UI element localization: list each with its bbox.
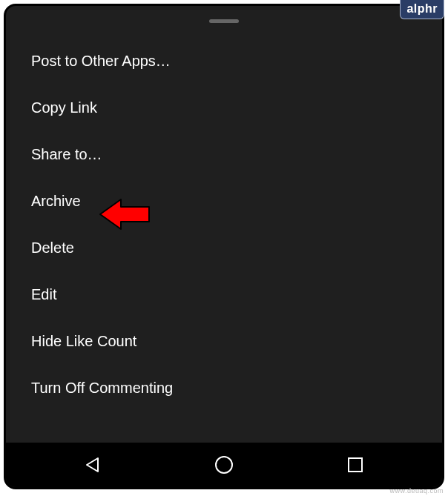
watermark: www.deuaq.com [389, 487, 444, 495]
phone-frame: Post to Other Apps… Copy Link Share to… … [4, 4, 444, 489]
action-menu: Post to Other Apps… Copy Link Share to… … [6, 38, 442, 411]
menu-item-edit[interactable]: Edit [6, 271, 442, 318]
android-nav-bar [6, 443, 442, 487]
menu-item-archive[interactable]: Archive [6, 178, 442, 225]
square-recents-icon [347, 457, 363, 473]
nav-recents-button[interactable] [311, 443, 400, 487]
menu-item-turn-off-commenting[interactable]: Turn Off Commenting [6, 365, 442, 411]
menu-item-delete[interactable]: Delete [6, 225, 442, 271]
menu-item-share-to[interactable]: Share to… [6, 131, 442, 178]
menu-item-post-to-other-apps[interactable]: Post to Other Apps… [6, 38, 442, 85]
circle-home-icon [214, 455, 234, 474]
bottom-sheet: Post to Other Apps… Copy Link Share to… … [6, 6, 442, 443]
menu-item-hide-like-count[interactable]: Hide Like Count [6, 318, 442, 365]
drag-handle[interactable] [209, 19, 239, 23]
svg-point-0 [216, 457, 232, 473]
triangle-back-icon [84, 456, 102, 474]
nav-home-button[interactable] [179, 443, 269, 487]
menu-item-copy-link[interactable]: Copy Link [6, 85, 442, 131]
source-badge: alphr [400, 0, 444, 19]
nav-back-button[interactable] [48, 443, 137, 487]
svg-rect-1 [349, 458, 362, 472]
